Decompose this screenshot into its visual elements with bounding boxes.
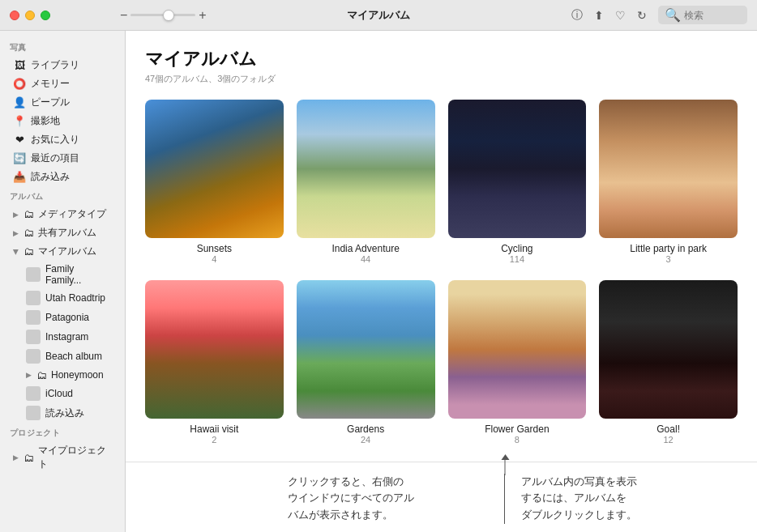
annotation-divider [504,474,505,524]
section-album-title: アルバム [0,186,125,205]
favorites-icon: ❤ [13,134,26,147]
heart-icon[interactable]: ♡ [615,9,626,22]
sidebar-label-patagonia: Patagonia [45,312,89,323]
search-input[interactable] [684,10,741,21]
section-project-title: プロジェクト [0,423,125,441]
album-item-cycling[interactable]: Cycling 114 [448,100,587,264]
page-subtitle: 47個のアルバム、3個のフォルダ [145,73,738,85]
album-count-goal: 12 [664,435,674,445]
album-thumb-goal [599,280,738,419]
album-thumb-hawaii [145,280,284,419]
slider-track[interactable] [130,14,195,16]
album-item-party[interactable]: Little party in park 3 [599,100,738,264]
album-count-hawaii: 2 [212,435,216,445]
sidebar-sub-instagram[interactable]: Instagram [3,327,122,347]
album-count-cycling: 114 [510,254,524,264]
window-title: マイアルバム [347,8,410,23]
people-icon: 👤 [13,96,26,109]
places-icon: 📍 [13,115,26,128]
album-name-goal: Goal! [656,423,680,435]
album-name-india: India Adventure [331,243,399,254]
zoom-slider[interactable]: − + [120,9,207,22]
annotation-arrow-up [504,459,505,475]
thumb-patagonia [26,310,41,325]
sidebar-item-library[interactable]: 🖼 ライブラリ [3,56,122,74]
album-name-sunsets: Sunsets [197,243,232,254]
sidebar-sub-honeymoon[interactable]: ▶ 🗂 Honeymoon [3,366,122,384]
search-box[interactable]: 🔍 [658,6,747,24]
recent-icon: 🔄 [13,152,26,165]
album-thumb-cycling [448,100,587,238]
search-icon: 🔍 [665,7,681,23]
thumb-family [26,267,41,282]
album-count-party: 3 [666,254,671,264]
album-item-hawaii[interactable]: Hawaii visit 2 [145,280,284,445]
album-item-india[interactable]: India Adventure 44 [297,100,435,264]
album-name-flower: Flower Garden [485,423,549,435]
zoom-in-icon[interactable]: + [199,9,206,22]
sidebar-label-memories: メモリー [31,77,70,91]
maximize-button[interactable] [41,11,50,20]
sidebar-item-recent[interactable]: 🔄 最近の項目 [3,149,122,168]
info-icon[interactable]: ⓘ [571,8,583,23]
annotation-area: クリックすると、右側のウインドウにすべてのアルバムが表示されます。 アルバム内の… [126,462,757,532]
sidebar-sub-icloud[interactable]: iCloud [3,384,122,403]
slider-thumb[interactable] [163,10,174,21]
sidebar-sub-utah[interactable]: Utah Roadtrip [3,288,122,308]
chevron-myproject-icon: ▶ [13,453,19,462]
content-area: マイアルバム 47個のアルバム、3個のフォルダ Sunsets 4 India … [126,31,757,462]
album-grid: Sunsets 4 India Adventure 44 Cycling 114… [145,100,738,445]
album-name-gardens: Gardens [347,423,384,435]
sidebar-item-import[interactable]: 📥 読み込み [3,168,122,186]
album-item-flower[interactable]: Flower Garden 8 [448,280,587,445]
thumb-instagram [26,330,41,344]
sidebar-label-icloud: iCloud [45,388,73,399]
titlebar: − + マイアルバム ⓘ ⬆ ♡ ↻ 🔍 [0,0,757,31]
sidebar-sub-patagonia[interactable]: Patagonia [3,308,122,327]
page-title: マイアルバム [145,47,738,71]
album-count-sunsets: 4 [212,254,216,264]
media-type-icon: 🗂 [22,208,35,221]
memories-icon: ⭕ [13,78,26,91]
sidebar-item-places[interactable]: 📍 撮影地 [3,112,122,130]
rotate-icon[interactable]: ↻ [637,9,647,22]
sidebar-item-myalbum[interactable]: ▶ 🗂 マイアルバム [3,242,122,261]
chevron-right-icon: ▶ [13,211,19,219]
sidebar-item-memories[interactable]: ⭕ メモリー [3,74,122,93]
album-thumb-party [599,100,738,238]
sidebar-item-favorites[interactable]: ❤ お気に入り [3,130,122,149]
sidebar-item-shared[interactable]: ▶ 🗂 共有アルバム [3,223,122,242]
album-name-party: Little party in park [630,243,707,254]
traffic-lights [10,11,50,20]
sidebar-label-favorites: お気に入り [31,133,79,147]
sidebar-item-people[interactable]: 👤 ピープル [3,93,122,112]
sidebar-label-family: Family Family... [45,263,112,286]
sidebar-label-myproject: マイプロジェクト [38,444,112,471]
sidebar-item-myproject[interactable]: ▶ 🗂 マイプロジェクト [3,441,122,474]
sidebar-label-shared: 共有アルバム [38,226,96,240]
section-photos-title: 写真 [0,37,125,56]
chevron-honeymoon-icon: ▶ [26,371,32,379]
sidebar-label-library: ライブラリ [31,58,79,72]
album-item-gardens[interactable]: Gardens 24 [297,280,435,445]
sidebar-label-readings: 読み込み [45,406,84,420]
thumb-readings [26,406,41,420]
album-thumb-gardens [297,280,435,419]
thumb-icloud [26,386,41,401]
sidebar-sub-beach[interactable]: Beach album [3,347,122,366]
album-item-goal[interactable]: Goal! 12 [599,280,738,445]
import-icon: 📥 [13,171,26,184]
sidebar-sub-family[interactable]: Family Family... [3,261,122,288]
sidebar-label-places: 撮影地 [31,114,60,128]
zoom-out-icon[interactable]: − [120,9,127,22]
share-icon[interactable]: ⬆ [594,9,604,22]
close-button[interactable] [10,11,19,20]
sidebar-sub-readings[interactable]: 読み込み [3,403,122,423]
album-thumb-sunsets [145,100,284,238]
album-item-sunsets[interactable]: Sunsets 4 [145,100,284,264]
chevron-down-icon: ▶ [12,249,20,254]
honeymoon-icon: 🗂 [35,368,48,381]
sidebar-item-media-type[interactable]: ▶ 🗂 メディアタイプ [3,205,122,223]
minimize-button[interactable] [25,11,35,20]
myproject-icon: 🗂 [22,451,35,464]
